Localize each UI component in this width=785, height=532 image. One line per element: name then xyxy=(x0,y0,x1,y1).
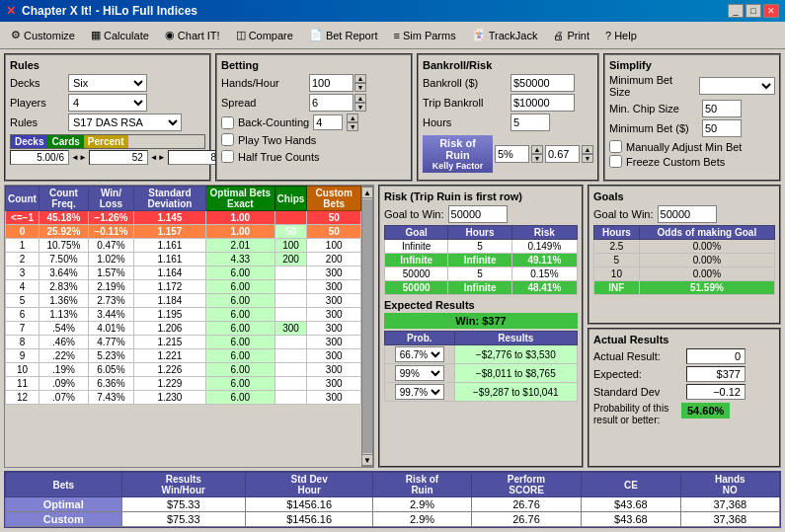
table-cell[interactable]: 300 xyxy=(307,377,361,391)
minimum-bet-input[interactable] xyxy=(702,119,742,137)
track-jack-button[interactable]: 🃏 TrackJack xyxy=(465,25,545,46)
result-cell: −$8,011 to $8,765 xyxy=(454,364,577,383)
table-cell[interactable] xyxy=(275,336,307,349)
table-cell[interactable] xyxy=(275,377,307,391)
table-cell[interactable] xyxy=(275,308,307,322)
decks-tab[interactable]: Decks xyxy=(11,135,47,148)
table-cell[interactable] xyxy=(275,280,307,294)
freeze-custom-check[interactable] xyxy=(609,155,622,168)
table-cell[interactable]: 300 xyxy=(307,391,361,405)
minimize-button[interactable]: _ xyxy=(728,4,744,18)
goal-to-win-input[interactable] xyxy=(448,205,508,223)
table-cell[interactable]: 300 xyxy=(307,363,361,377)
manually-adjust-check[interactable] xyxy=(609,140,622,153)
table-cell[interactable] xyxy=(275,391,307,405)
table-cell[interactable]: 300 xyxy=(307,294,361,308)
trip-bankroll-input[interactable] xyxy=(510,94,575,112)
table-cell[interactable]: 300 xyxy=(307,280,361,294)
cards-tab[interactable]: Cards xyxy=(47,135,83,148)
hands-hour-up[interactable]: ▲ xyxy=(354,74,366,83)
table-cell[interactable]: 300 xyxy=(307,322,361,336)
table-cell: 1.36% xyxy=(39,294,88,308)
hours-input[interactable] xyxy=(510,114,550,131)
table-cell[interactable]: 6.00 xyxy=(206,363,275,377)
back-counting-check[interactable] xyxy=(221,116,234,129)
table-cell[interactable]: 6.00 xyxy=(206,294,275,308)
table-cell[interactable]: 300 xyxy=(307,266,361,280)
spinner-cards[interactable]: ◄► xyxy=(150,153,166,162)
maximize-button[interactable]: □ xyxy=(746,4,761,18)
bc-up[interactable]: ▲ xyxy=(347,114,358,122)
prob-select-cell[interactable]: 99.7% xyxy=(385,383,455,402)
spinner-decks-up[interactable]: ◄► xyxy=(71,153,87,162)
play-two-hands-check[interactable] xyxy=(221,133,234,146)
table-cell[interactable]: 50 xyxy=(307,225,361,239)
table-cell[interactable]: 6.00 xyxy=(206,391,275,405)
prob-select[interactable]: 99.7% xyxy=(395,384,444,400)
table-cell[interactable] xyxy=(275,363,307,377)
ror-up[interactable]: ▲ xyxy=(531,145,543,154)
kelly-up[interactable]: ▲ xyxy=(582,145,593,154)
table-cell[interactable]: 6.00 xyxy=(206,377,275,391)
decks-select[interactable]: Six xyxy=(68,74,147,92)
table-cell[interactable]: 200 xyxy=(275,253,307,266)
table-cell[interactable]: 6.00 xyxy=(206,266,275,280)
half-true-counts-check[interactable] xyxy=(221,150,234,163)
spread-up[interactable]: ▲ xyxy=(354,94,366,103)
bankroll-input[interactable] xyxy=(510,74,575,92)
back-counting-value[interactable] xyxy=(313,114,343,130)
rules-select[interactable]: S17 DAS RSA xyxy=(68,114,182,131)
table-cell[interactable]: 6.00 xyxy=(206,349,275,363)
table-cell[interactable] xyxy=(275,349,307,363)
table-cell[interactable] xyxy=(275,294,307,308)
min-chip-size-input[interactable] xyxy=(702,100,742,117)
table-cell[interactable]: 6.00 xyxy=(206,322,275,336)
table-cell[interactable]: 2.01 xyxy=(206,239,275,253)
table-cell[interactable] xyxy=(275,211,307,225)
table-cell[interactable]: 1.00 xyxy=(206,211,275,225)
table-cell[interactable]: 300 xyxy=(307,336,361,349)
min-bet-size-select[interactable] xyxy=(699,77,775,95)
prob-select-cell[interactable]: 99% xyxy=(385,364,455,383)
spread-down[interactable]: ▼ xyxy=(354,103,366,112)
table-cell[interactable]: 50 xyxy=(307,211,361,225)
compare-button[interactable]: ◫ Compare xyxy=(229,25,300,46)
close-button[interactable]: ✕ xyxy=(763,4,779,18)
players-select[interactable]: 4 xyxy=(68,94,147,112)
table-cell[interactable]: 200 xyxy=(307,253,361,266)
table-cell[interactable]: 4.33 xyxy=(206,253,275,266)
goals-goal-input[interactable] xyxy=(658,205,717,223)
calculate-button[interactable]: ▦ Calculate xyxy=(84,25,156,46)
ror-input[interactable] xyxy=(495,145,529,163)
bc-down[interactable]: ▼ xyxy=(347,122,358,131)
print-button[interactable]: 🖨 Print xyxy=(546,25,596,46)
table-cell[interactable]: 300 xyxy=(307,308,361,322)
ror-down[interactable]: ▼ xyxy=(531,154,543,163)
hands-hour-input[interactable]: 100 xyxy=(309,74,353,92)
table-cell[interactable]: 100 xyxy=(275,239,307,253)
table-cell[interactable]: 300 xyxy=(275,322,307,336)
kelly-down[interactable]: ▼ xyxy=(582,154,593,163)
bet-report-button[interactable]: 📄 Bet Report xyxy=(302,25,385,46)
prob-select[interactable]: 66.7% xyxy=(395,346,444,362)
kelly-input[interactable] xyxy=(545,145,580,163)
table-cell[interactable]: 50 xyxy=(275,225,307,239)
hands-hour-down[interactable]: ▼ xyxy=(354,83,366,92)
col-chips: Chips xyxy=(275,187,307,211)
prob-select-cell[interactable]: 66.7% xyxy=(385,345,455,364)
table-cell[interactable]: 100 xyxy=(307,239,361,253)
sim-parms-button[interactable]: ≡ Sim Parms xyxy=(386,25,462,46)
table-cell[interactable]: 6.00 xyxy=(206,280,275,294)
customize-button[interactable]: ⚙ Customize xyxy=(4,25,82,46)
prob-select[interactable]: 99% xyxy=(395,365,444,381)
percent-tab[interactable]: Percent xyxy=(84,135,128,148)
table-cell[interactable]: 300 xyxy=(307,349,361,363)
spread-input[interactable] xyxy=(309,94,353,112)
table-scrollbar[interactable]: ▲ ▼ xyxy=(361,186,373,467)
chart-button[interactable]: ◉ Chart IT! xyxy=(158,25,227,46)
table-cell[interactable]: 6.00 xyxy=(206,308,275,322)
table-cell[interactable]: 6.00 xyxy=(206,336,275,349)
help-button[interactable]: ? Help xyxy=(598,25,644,46)
table-cell[interactable] xyxy=(275,266,307,280)
table-cell[interactable]: 1.00 xyxy=(206,225,275,239)
